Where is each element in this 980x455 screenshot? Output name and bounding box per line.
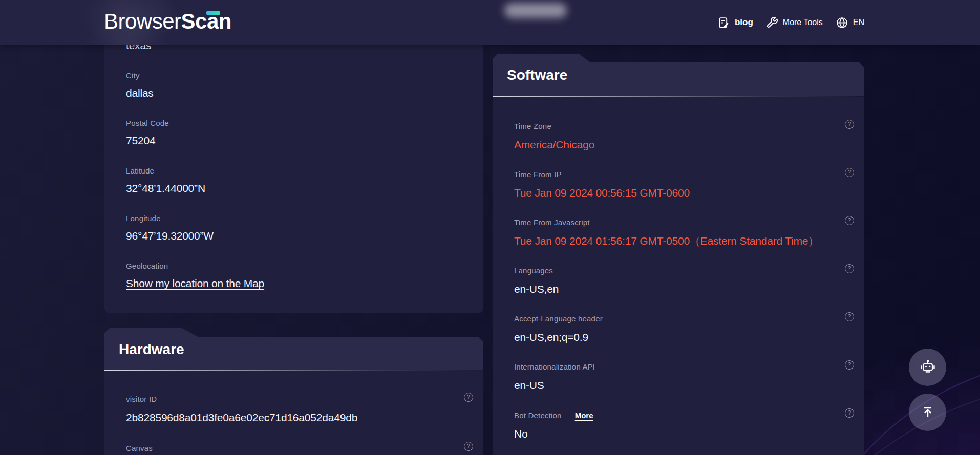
- bot-detection-value: No: [514, 428, 843, 439]
- sw-row-bot-detection: Bot Detection More No: [514, 411, 843, 439]
- timezone-value: America/Chicago: [514, 139, 843, 150]
- back-to-top-icon: [919, 404, 936, 421]
- city-value: dallas: [126, 88, 462, 98]
- help-icon[interactable]: [845, 312, 854, 321]
- globe-icon: [836, 16, 848, 29]
- software-card: Software Time Zone America/Chicago Time …: [493, 54, 864, 455]
- geo-row-latitude: Latitude 32°48’1.44000”N: [126, 167, 462, 193]
- visitor-id-value: 2b828596d8a01d3fe0a6e02ec71d16a052da49db: [126, 412, 462, 423]
- navbar-menu: blog More Tools EN: [717, 0, 864, 45]
- geo-row-longitude: Longitude 96°47’19.32000”W: [126, 214, 462, 241]
- hw-row-canvas: Canvas: [126, 444, 462, 452]
- time-from-js-value: Tue Jan 09 2024 01:56:17 GMT-0500（Easter…: [514, 235, 843, 246]
- geolocation-card: texas City dallas Postal Code 75204 Lati…: [104, 0, 483, 313]
- hardware-card-title: Hardware: [119, 341, 184, 358]
- hw-row-visitor-id: visitor ID 2b828596d8a01d3fe0a6e02ec71d1…: [126, 395, 462, 423]
- blog-icon: [717, 16, 730, 29]
- censored-ip-blob: [504, 3, 567, 18]
- bot-detection-more-link[interactable]: More: [575, 411, 593, 420]
- wrench-icon: [766, 16, 778, 29]
- languages-value: en-US,en: [514, 284, 843, 294]
- geo-row-city: City dallas: [126, 72, 462, 98]
- sw-row-languages: Languages en-US,en: [514, 267, 843, 294]
- software-divider: [493, 96, 864, 97]
- nav-more-tools[interactable]: More Tools: [766, 16, 823, 29]
- latitude-value: 32°48’1.44000”N: [126, 183, 462, 193]
- time-from-ip-value: Tue Jan 09 2024 00:56:15 GMT-0600: [514, 187, 843, 198]
- sw-row-intl-api: Internationalization API en-US: [514, 363, 843, 391]
- back-to-top-button[interactable]: [909, 394, 946, 431]
- help-icon[interactable]: [845, 360, 854, 370]
- longitude-value: 96°47’19.32000”W: [126, 230, 462, 241]
- software-card-title: Software: [507, 67, 567, 83]
- sw-row-time-from-ip: Time From IP Tue Jan 09 2024 00:56:15 GM…: [514, 170, 843, 198]
- hardware-card: Hardware visitor ID 2b828596d8a01d3fe0a6…: [104, 328, 483, 455]
- help-icon[interactable]: [845, 216, 854, 225]
- geo-row-postal: Postal Code 75204: [126, 119, 462, 146]
- help-icon[interactable]: [464, 442, 473, 451]
- nav-language[interactable]: EN: [836, 16, 864, 29]
- robot-assistant-button[interactable]: [909, 349, 946, 386]
- geo-row-geolocation: Geolocation Show my location on the Map: [126, 262, 462, 289]
- robot-icon: [918, 358, 938, 377]
- sw-row-time-from-js: Time From Javascript Tue Jan 09 2024 01:…: [514, 219, 843, 246]
- nav-blog[interactable]: blog: [717, 16, 753, 29]
- help-icon[interactable]: [845, 168, 854, 177]
- help-icon[interactable]: [845, 264, 854, 273]
- top-navbar: BrowserScan blog More Tools EN: [0, 0, 980, 45]
- intl-api-value: en-US: [514, 380, 843, 391]
- help-icon[interactable]: [845, 408, 854, 418]
- brand-logo[interactable]: BrowserScan: [104, 9, 231, 34]
- help-icon[interactable]: [845, 120, 854, 129]
- hardware-divider: [104, 370, 483, 371]
- show-location-link[interactable]: Show my location on the Map: [126, 278, 462, 289]
- sw-row-timezone: Time Zone America/Chicago: [514, 122, 843, 150]
- accept-language-value: en-US,en;q=0.9: [514, 332, 843, 342]
- sw-row-accept-language: Accept-Language header en-US,en;q=0.9: [514, 315, 843, 342]
- postal-value: 75204: [126, 135, 462, 146]
- help-icon[interactable]: [464, 393, 473, 402]
